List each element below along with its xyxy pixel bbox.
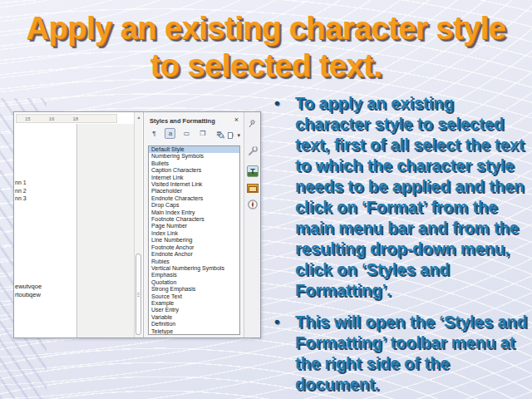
style-list-item[interactable]: Emphasis [149, 272, 239, 278]
frame-styles-button[interactable]: ▭ [181, 128, 192, 139]
panel-toolbar: ¶ a ▭ ❒ ≣ ▾ [149, 128, 240, 140]
style-list-item[interactable]: Bullets [149, 160, 239, 167]
document-text-line: ewutvqoe [15, 283, 42, 291]
sidebar-tabbar: T [244, 112, 260, 337]
character-styles-button[interactable]: a [165, 128, 175, 139]
page-styles-button[interactable]: ❒ [197, 128, 208, 139]
document-text-block: nn 1nn 2nn 3 [15, 179, 27, 203]
styles-tab-icon[interactable]: T [247, 165, 259, 177]
close-icon[interactable]: × [234, 116, 239, 124]
style-list-item[interactable]: Endnote Characters [149, 195, 239, 202]
style-list-item[interactable]: Variable [149, 314, 239, 321]
scroll-up-arrow-icon[interactable]: ▲ [135, 115, 143, 120]
panel-title: Styles and Formatting [150, 117, 215, 125]
fill-format-mode-icon[interactable] [217, 128, 225, 143]
document-page: nn 1nn 2nn 3 ewutvqoertoubqew [14, 124, 77, 337]
ruler-number: 15 [25, 116, 31, 121]
style-list-item[interactable]: Footnote Anchor [149, 244, 239, 251]
new-style-from-selection-icon[interactable] [227, 128, 235, 143]
vertical-scrollbar[interactable]: ▲ [134, 112, 142, 337]
bullet-point: To apply an existing character style to … [269, 93, 529, 301]
style-list-item[interactable]: Line Numbering [149, 237, 239, 244]
writer-screenshot: 151618 nn 1nn 2nn 3 ewutvqoertoubqew ▲ S… [13, 111, 261, 338]
document-text-line: rtoubqew [15, 291, 42, 299]
gallery-icon[interactable] [247, 184, 259, 193]
paragraph-styles-button[interactable]: ¶ [149, 128, 160, 139]
style-list-item[interactable]: Strong Emphasis [149, 286, 239, 293]
styles-and-formatting-panel: Styles and Formatting × ¶ a ▭ ❒ ≣ ▾ [143, 112, 244, 337]
style-list-item[interactable]: Quotation [149, 279, 239, 286]
bullet-point: This will open the ‘Styles and Formattin… [269, 312, 529, 395]
style-list-item[interactable]: Vertical Numbering Symbols [149, 265, 239, 272]
properties-wrench-icon[interactable] [247, 145, 259, 157]
document-text-line: nn 2 [15, 187, 27, 195]
style-list-item[interactable]: Main Index Entry [149, 209, 239, 216]
style-list-item[interactable]: Numbering Symbols [149, 153, 239, 160]
style-list-item[interactable]: Default Style [149, 146, 239, 153]
style-list-item[interactable]: Drop Caps [149, 202, 239, 209]
document-text-line: nn 1 [15, 179, 27, 187]
document-text-line: nn 3 [15, 195, 27, 203]
style-list-item[interactable]: Teletype [149, 328, 239, 335]
ruler-number: 16 [49, 116, 55, 121]
ruler: 151618 [16, 114, 117, 123]
bullet-list: To apply an existing character style to … [269, 93, 529, 399]
style-list-item[interactable]: Source Text [149, 293, 239, 300]
style-list-item[interactable]: Example [149, 300, 239, 307]
style-list-item[interactable]: Page Number [149, 223, 239, 229]
slide: Apply an existing character style to sel… [0, 0, 532, 399]
document-text-block: ewutvqoertoubqew [15, 283, 42, 298]
style-list: Default StyleNumbering SymbolsBulletsCap… [148, 145, 240, 335]
style-list-item[interactable]: Definition [149, 321, 239, 328]
navigator-compass-icon[interactable] [247, 199, 259, 210]
chevron-down-icon[interactable]: ▾ [237, 132, 240, 139]
ruler-number: 18 [72, 116, 78, 121]
style-list-item[interactable]: Endnote Anchor [149, 251, 239, 258]
style-list-item[interactable]: Visited Internet Link [149, 181, 239, 188]
style-list-item[interactable]: Rubies [149, 259, 239, 265]
style-list-item[interactable]: Caption Characters [149, 167, 239, 174]
slide-title: Apply an existing character style to sel… [0, 10, 532, 85]
style-list-item[interactable]: Internet Link [149, 175, 239, 181]
workspace-background [77, 124, 134, 337]
pin-icon[interactable] [247, 117, 259, 129]
scrollbar-thumb[interactable] [135, 254, 141, 335]
style-list-item[interactable]: User Entry [149, 307, 239, 313]
style-list-item[interactable]: Placeholder [149, 188, 239, 195]
style-list-item[interactable]: Footnote Characters [149, 216, 239, 223]
style-list-item[interactable]: Index Link [149, 230, 239, 237]
